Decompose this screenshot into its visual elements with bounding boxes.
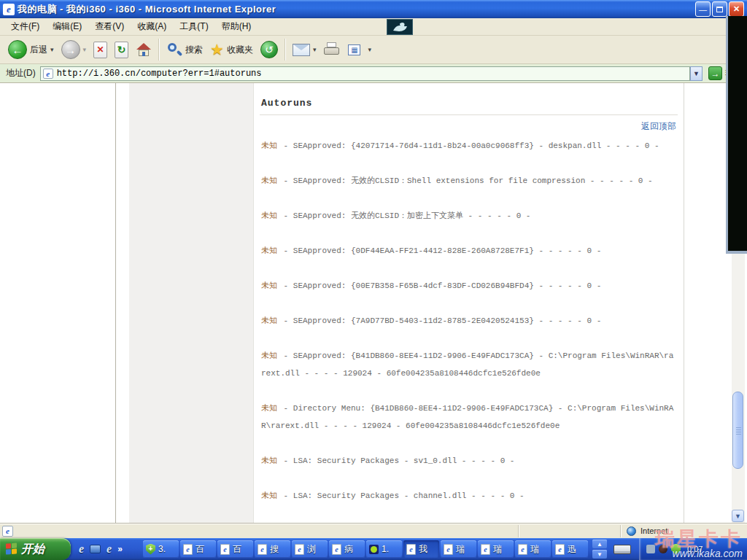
back-to-top-link[interactable]: 返回顶部 <box>641 121 676 131</box>
taskbar-button-8[interactable]: e瑞 <box>441 540 476 558</box>
entry-status: 未知 <box>261 141 277 150</box>
taskbar-button-3[interactable]: e搜 <box>255 540 290 558</box>
autoruns-panel: Autoruns 返回顶部 未知 - SEApproved: {42071714… <box>253 83 684 523</box>
edit-button[interactable]: ▦ <box>344 37 364 62</box>
entry-status: 未知 <box>261 456 277 465</box>
print-icon <box>323 42 341 57</box>
mail-dropdown-icon[interactable]: ▾ <box>313 46 317 53</box>
ie-document-icon: e <box>444 544 453 555</box>
status-page-icon: e <box>2 526 13 537</box>
taskbar-button-6[interactable]: 1. <box>366 540 402 558</box>
task-button-label: 迅 <box>568 543 576 556</box>
taskbar-scroll-up-button[interactable]: ▲ <box>592 540 607 548</box>
taskbar-button-10[interactable]: e瑞 <box>515 540 551 558</box>
taskbar-button-7[interactable]: e我 <box>403 540 439 558</box>
refresh-button[interactable]: ↻ <box>111 37 132 62</box>
background-window-edge[interactable] <box>726 16 747 254</box>
forward-button[interactable]: → ▾ <box>58 37 90 62</box>
refresh-icon: ↻ <box>115 42 128 58</box>
status-panel <box>18 525 519 537</box>
back-dropdown-icon[interactable]: ▾ <box>50 46 54 53</box>
menu-item-5[interactable]: 帮助(H) <box>215 18 258 35</box>
autorun-entry: 未知 - SEApproved: {00E7B358-F65B-4dcf-83D… <box>261 277 676 295</box>
entry-status: 未知 <box>261 246 277 255</box>
taskbar-button-2[interactable]: e百 <box>217 540 253 558</box>
tray-icon-1[interactable] <box>646 545 655 553</box>
entry-status: 未知 <box>261 404 277 413</box>
entry-text: - LSA: Security Packages - channel.dll -… <box>279 491 525 500</box>
task-button-label: 搜 <box>270 543 279 556</box>
entry-text: - Directory Menu: {B41DB860-8EE4-11D2-99… <box>261 404 673 430</box>
minimize-button[interactable]: — <box>695 1 711 17</box>
taskbar-scroll-down-button[interactable]: ▼ <box>592 550 607 559</box>
ie-document-icon: e <box>295 544 304 555</box>
quicklaunch-ie-icon[interactable]: e <box>79 542 84 556</box>
taskbar-button-11[interactable]: e迅 <box>552 540 588 558</box>
ie-document-icon: e <box>183 544 193 555</box>
scrollbar-thumb[interactable] <box>732 392 743 469</box>
address-label: 地址(D) <box>6 67 36 79</box>
entry-text: - SEApproved: {B41DB860-8EE4-11D2-9906-E… <box>261 351 673 378</box>
stop-button[interactable]: ✕ <box>90 37 111 62</box>
input-method-button[interactable] <box>611 543 633 555</box>
toolbar-more-button[interactable]: ▾ <box>364 37 375 62</box>
security-zone: Internet <box>621 525 745 537</box>
task-button-row: +3.e百e百e搜e浏e病1.e我e瑞e瑞e瑞e迅 <box>143 538 588 560</box>
ie-document-icon: e <box>481 544 490 555</box>
internet-globe-icon <box>627 526 636 536</box>
mail-button[interactable]: ▾ <box>289 37 320 62</box>
ie-document-icon: e <box>258 544 267 555</box>
menu-item-4[interactable]: 工具(T) <box>173 18 214 35</box>
menu-item-0[interactable]: 文件(F) <box>4 18 46 35</box>
back-button[interactable]: ← 后退 ▾ <box>4 37 58 62</box>
keyboard-icon <box>614 545 631 554</box>
forward-dropdown-icon: ▾ <box>83 46 87 53</box>
ie-document-icon: e <box>518 544 527 555</box>
print-button[interactable] <box>320 37 344 62</box>
address-input[interactable]: e http://i.360.cn/computer?err=1#autorun… <box>40 66 690 81</box>
entry-status: 未知 <box>261 211 277 220</box>
task-button-label: 浏 <box>307 543 316 556</box>
windows-flag-icon <box>6 542 18 555</box>
taskbar-button-1[interactable]: e百 <box>180 540 216 558</box>
taskbar-button-9[interactable]: e瑞 <box>478 540 514 558</box>
autoruns-entry-list: 未知 - SEApproved: {42071714-76d4-11d1-8b2… <box>261 137 676 505</box>
tray-shield-icon[interactable] <box>671 544 681 555</box>
entry-status: 未知 <box>261 281 277 290</box>
taskbar-button-5[interactable]: e病 <box>329 540 365 558</box>
autorun-entry: 未知 - SEApproved: {B41DB860-8EE4-11D2-990… <box>261 347 676 382</box>
sidebar-column <box>129 83 253 523</box>
entry-text: - SEApproved: {42071714-76d4-11d1-8b24-0… <box>279 141 659 150</box>
search-button[interactable]: 搜索 <box>163 37 206 62</box>
scrollbar-down-button[interactable]: ▼ <box>732 510 744 522</box>
taskbar-button-0[interactable]: +3. <box>143 540 179 558</box>
restore-button[interactable] <box>712 1 727 17</box>
start-button[interactable]: 开始 <box>0 538 71 560</box>
entry-text: - SEApproved: {0DF44EAA-FF21-4412-828E-2… <box>279 246 601 255</box>
quicklaunch-ie2-icon[interactable]: e <box>107 542 112 556</box>
ie-document-icon: e <box>406 544 416 555</box>
forward-icon: → <box>61 40 80 59</box>
entry-status: 未知 <box>261 176 277 185</box>
task-button-label: 1. <box>382 544 389 554</box>
system-tray: 0:07 <box>639 538 747 560</box>
home-button[interactable] <box>132 37 155 62</box>
menu-item-3[interactable]: 收藏(A) <box>131 18 173 35</box>
taskbar-button-4[interactable]: e浏 <box>292 540 328 558</box>
tray-icon-2[interactable] <box>659 545 667 553</box>
menu-item-1[interactable]: 编辑(E) <box>46 18 88 35</box>
search-icon <box>166 42 182 58</box>
history-button[interactable]: ↺ <box>257 37 282 62</box>
menu-item-2[interactable]: 查看(V) <box>88 18 131 35</box>
address-dropdown-button[interactable]: ▼ <box>690 66 703 81</box>
close-button[interactable]: ✕ <box>729 1 744 17</box>
quicklaunch-desktop-icon[interactable] <box>90 545 101 553</box>
quicklaunch-overflow-chevron[interactable]: » <box>117 544 123 554</box>
entry-status: 未知 <box>261 491 277 500</box>
quick-launch-bar: e e » <box>73 538 142 560</box>
favorites-button[interactable]: ★ 收藏夹 <box>206 37 257 62</box>
autorun-entry: 未知 - SEApproved: {0DF44EAA-FF21-4412-828… <box>261 242 676 260</box>
task-button-label: 百 <box>196 543 204 556</box>
go-arrow-icon: → <box>708 66 722 80</box>
entry-text: - SEApproved: 无效的CLSID：Shell extensions … <box>279 176 653 185</box>
